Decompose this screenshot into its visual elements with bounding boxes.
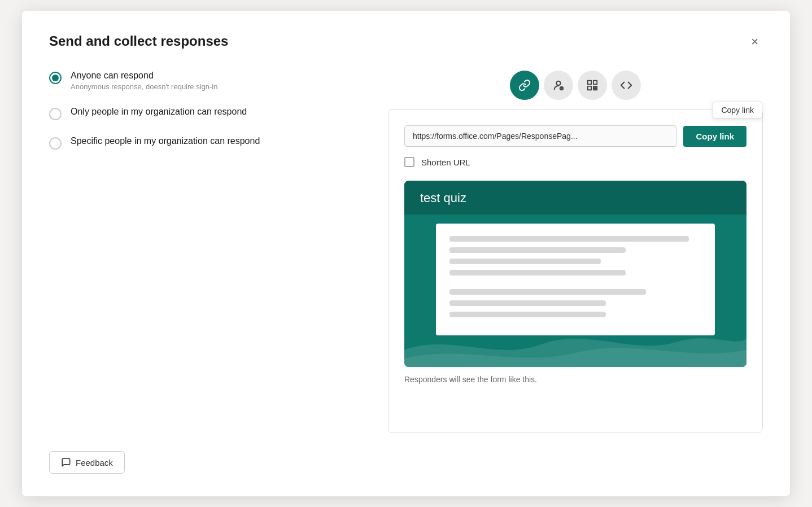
dialog-header: Send and collect responses ×	[49, 33, 763, 50]
feedback-label: Feedback	[76, 458, 113, 467]
copy-link-button[interactable]: Copy link	[683, 126, 746, 147]
preview-line-5	[449, 289, 646, 295]
shorten-url-label: Shorten URL	[421, 158, 470, 167]
send-responses-dialog: Send and collect responses × Anyone can …	[22, 11, 790, 496]
svg-rect-2	[588, 81, 591, 84]
svg-point-0	[556, 81, 560, 85]
tab-link[interactable]	[510, 71, 539, 100]
shorten-url-row: Shorten URL	[404, 157, 746, 167]
svg-rect-5	[593, 86, 595, 88]
preview-line-6	[449, 300, 606, 306]
svg-rect-7	[593, 89, 595, 90]
radio-specific-label: Specific people in my organization can r…	[71, 136, 260, 146]
radio-anyone-label: Anyone can respond	[71, 71, 217, 81]
collaborate-icon	[552, 79, 565, 91]
form-preview-card: test quiz	[404, 181, 746, 367]
qr-icon	[586, 79, 599, 91]
radio-specific-circle[interactable]	[49, 137, 62, 150]
radio-anyone-labels: Anyone can respond Anonymous response, d…	[71, 71, 217, 91]
left-panel: Anyone can respond Anonymous response, d…	[49, 71, 388, 433]
close-button[interactable]: ×	[746, 33, 763, 50]
preview-header: test quiz	[404, 181, 746, 215]
url-row: Copy link	[404, 125, 746, 147]
dialog-footer: Feedback	[49, 433, 763, 474]
tab-embed[interactable]	[612, 71, 641, 100]
preview-line-4	[449, 270, 626, 276]
responders-note: Responders will see the form like this.	[404, 375, 746, 384]
preview-form-title: test quiz	[420, 191, 731, 206]
svg-rect-4	[588, 86, 591, 90]
radio-option-org[interactable]: Only people in my organization can respo…	[49, 107, 365, 120]
link-icon	[518, 79, 531, 91]
dialog-title: Send and collect responses	[49, 33, 228, 49]
right-panel: Copy link Copy link Shorten URL test qui…	[388, 71, 763, 433]
radio-org-circle[interactable]	[49, 108, 62, 120]
radio-org-labels: Only people in my organization can respo…	[71, 107, 247, 117]
embed-icon	[620, 79, 632, 91]
radio-specific-labels: Specific people in my organization can r…	[71, 136, 260, 146]
tab-qr[interactable]	[578, 71, 607, 100]
preview-line-3	[449, 259, 601, 264]
preview-line-2	[449, 247, 626, 253]
radio-anyone-circle[interactable]	[49, 72, 62, 84]
url-input[interactable]	[404, 125, 676, 147]
radio-anyone-sublabel: Anonymous response, doesn't require sign…	[71, 82, 217, 91]
shorten-url-checkbox[interactable]	[404, 157, 414, 167]
svg-rect-6	[596, 89, 597, 90]
feedback-icon	[61, 457, 71, 467]
tab-collaborate[interactable]	[544, 71, 573, 100]
content-card: Copy link Copy link Shorten URL test qui…	[388, 109, 763, 433]
svg-rect-8	[596, 86, 597, 88]
radio-option-specific[interactable]: Specific people in my organization can r…	[49, 136, 365, 150]
radio-org-label: Only people in my organization can respo…	[71, 107, 247, 117]
preview-line-1	[449, 236, 689, 242]
copy-link-tooltip: Copy link	[713, 102, 762, 119]
dialog-body: Anyone can respond Anonymous response, d…	[49, 71, 763, 433]
tabs-row	[388, 71, 763, 100]
preview-line-7	[449, 312, 606, 317]
svg-rect-3	[593, 81, 597, 84]
preview-body	[436, 224, 715, 335]
feedback-button[interactable]: Feedback	[49, 451, 125, 474]
radio-option-anyone[interactable]: Anyone can respond Anonymous response, d…	[49, 71, 365, 91]
